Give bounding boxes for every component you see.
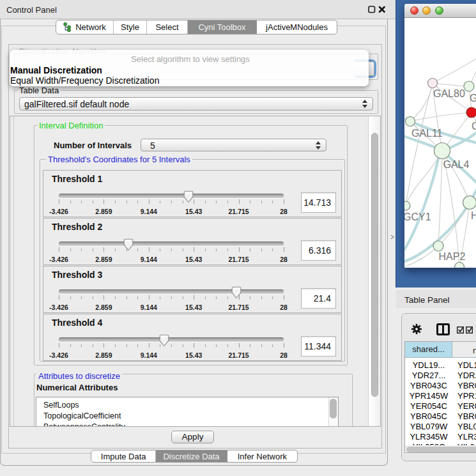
svg-text:C...: C... (472, 121, 476, 132)
svg-text:G...: G... (470, 93, 476, 104)
svg-text:GCY1: GCY1 (404, 211, 431, 222)
svg-text:HAP2: HAP2 (439, 251, 466, 262)
svg-text:GAL11: GAL11 (411, 128, 443, 139)
svg-text:H: H (471, 210, 476, 221)
svg-text:GAL4: GAL4 (443, 159, 470, 170)
svg-text:GAL80: GAL80 (433, 88, 465, 99)
